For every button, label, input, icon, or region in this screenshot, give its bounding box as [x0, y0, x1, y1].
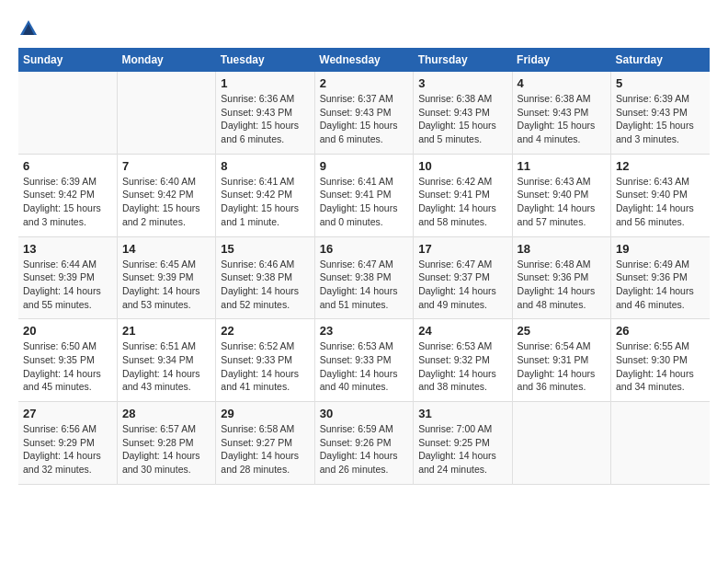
page-header [18, 18, 710, 39]
calendar-cell [512, 402, 610, 485]
day-number: 10 [418, 159, 506, 173]
weekday-header-friday: Friday [512, 48, 610, 72]
weekday-header-sunday: Sunday [18, 48, 117, 72]
day-info: Sunrise: 6:43 AM Sunset: 9:40 PM Dayligh… [518, 175, 606, 229]
day-info: Sunrise: 6:58 AM Sunset: 9:27 PM Dayligh… [221, 422, 309, 477]
day-info: Sunrise: 6:49 AM Sunset: 9:36 PM Dayligh… [616, 258, 705, 312]
day-info: Sunrise: 6:47 AM Sunset: 9:37 PM Dayligh… [418, 258, 506, 312]
day-info: Sunrise: 6:57 AM Sunset: 9:28 PM Dayligh… [122, 422, 210, 477]
day-number: 29 [221, 407, 309, 420]
day-number: 14 [122, 242, 210, 256]
calendar-cell: 26Sunrise: 6:55 AM Sunset: 9:30 PM Dayli… [611, 319, 710, 402]
calendar-cell: 14Sunrise: 6:45 AM Sunset: 9:39 PM Dayli… [117, 236, 215, 319]
day-number: 26 [616, 324, 705, 338]
day-info: Sunrise: 6:38 AM Sunset: 9:43 PM Dayligh… [518, 92, 606, 146]
day-number: 27 [23, 407, 112, 420]
day-info: Sunrise: 6:41 AM Sunset: 9:42 PM Dayligh… [221, 175, 309, 229]
calendar-cell: 7Sunrise: 6:40 AM Sunset: 9:42 PM Daylig… [117, 154, 215, 236]
calendar-cell: 16Sunrise: 6:47 AM Sunset: 9:38 PM Dayli… [314, 236, 413, 319]
day-info: Sunrise: 6:45 AM Sunset: 9:39 PM Dayligh… [122, 258, 210, 312]
calendar-cell: 20Sunrise: 6:50 AM Sunset: 9:35 PM Dayli… [18, 319, 117, 402]
calendar-cell: 19Sunrise: 6:49 AM Sunset: 9:36 PM Dayli… [611, 236, 710, 319]
day-number: 19 [616, 242, 705, 256]
day-info: Sunrise: 6:56 AM Sunset: 9:29 PM Dayligh… [23, 422, 112, 477]
day-number: 7 [122, 159, 210, 173]
calendar-cell: 21Sunrise: 6:51 AM Sunset: 9:34 PM Dayli… [117, 319, 215, 402]
day-number: 22 [221, 324, 309, 338]
calendar-cell: 2Sunrise: 6:37 AM Sunset: 9:43 PM Daylig… [314, 72, 413, 154]
day-number: 20 [23, 324, 112, 338]
calendar-cell: 3Sunrise: 6:38 AM Sunset: 9:43 PM Daylig… [414, 72, 512, 154]
day-number: 23 [320, 324, 408, 338]
day-info: Sunrise: 6:48 AM Sunset: 9:36 PM Dayligh… [518, 258, 606, 312]
day-number: 24 [418, 324, 506, 338]
day-number: 11 [518, 159, 606, 173]
day-info: Sunrise: 6:36 AM Sunset: 9:43 PM Dayligh… [221, 92, 309, 146]
day-number: 8 [221, 159, 309, 173]
calendar-table: SundayMondayTuesdayWednesdayThursdayFrid… [18, 48, 710, 485]
calendar-cell: 11Sunrise: 6:43 AM Sunset: 9:40 PM Dayli… [512, 154, 610, 236]
calendar-cell: 30Sunrise: 6:59 AM Sunset: 9:26 PM Dayli… [314, 402, 413, 485]
calendar-cell: 12Sunrise: 6:43 AM Sunset: 9:40 PM Dayli… [611, 154, 710, 236]
calendar-cell: 1Sunrise: 6:36 AM Sunset: 9:43 PM Daylig… [216, 72, 314, 154]
calendar-cell: 27Sunrise: 6:56 AM Sunset: 9:29 PM Dayli… [18, 402, 117, 485]
day-number: 1 [221, 76, 309, 90]
calendar-cell: 22Sunrise: 6:52 AM Sunset: 9:33 PM Dayli… [216, 319, 314, 402]
calendar-cell: 8Sunrise: 6:41 AM Sunset: 9:42 PM Daylig… [216, 154, 314, 236]
day-number: 18 [518, 242, 606, 256]
calendar-cell [18, 72, 117, 154]
day-number: 12 [616, 159, 705, 173]
calendar-week-row: 1Sunrise: 6:36 AM Sunset: 9:43 PM Daylig… [18, 72, 710, 154]
day-number: 4 [518, 76, 606, 90]
logo [18, 18, 42, 39]
calendar-cell: 24Sunrise: 6:53 AM Sunset: 9:32 PM Dayli… [414, 319, 512, 402]
day-info: Sunrise: 6:59 AM Sunset: 9:26 PM Dayligh… [320, 422, 408, 477]
calendar-cell: 10Sunrise: 6:42 AM Sunset: 9:41 PM Dayli… [414, 154, 512, 236]
day-number: 5 [616, 76, 705, 90]
day-number: 15 [221, 242, 309, 256]
calendar-week-row: 27Sunrise: 6:56 AM Sunset: 9:29 PM Dayli… [18, 402, 710, 485]
day-number: 28 [122, 407, 210, 420]
calendar-cell: 6Sunrise: 6:39 AM Sunset: 9:42 PM Daylig… [18, 154, 117, 236]
calendar-cell: 18Sunrise: 6:48 AM Sunset: 9:36 PM Dayli… [512, 236, 610, 319]
calendar-week-row: 6Sunrise: 6:39 AM Sunset: 9:42 PM Daylig… [18, 154, 710, 236]
calendar-cell: 31Sunrise: 7:00 AM Sunset: 9:25 PM Dayli… [414, 402, 512, 485]
weekday-header-tuesday: Tuesday [216, 48, 314, 72]
day-info: Sunrise: 6:43 AM Sunset: 9:40 PM Dayligh… [616, 175, 705, 229]
calendar-week-row: 20Sunrise: 6:50 AM Sunset: 9:35 PM Dayli… [18, 319, 710, 402]
calendar-cell [611, 402, 710, 485]
weekday-header-wednesday: Wednesday [314, 48, 413, 72]
calendar-cell: 4Sunrise: 6:38 AM Sunset: 9:43 PM Daylig… [512, 72, 610, 154]
day-number: 3 [418, 76, 506, 90]
day-info: Sunrise: 6:54 AM Sunset: 9:31 PM Dayligh… [518, 339, 606, 394]
calendar-cell: 13Sunrise: 6:44 AM Sunset: 9:39 PM Dayli… [18, 236, 117, 319]
day-info: Sunrise: 6:53 AM Sunset: 9:33 PM Dayligh… [320, 339, 408, 394]
day-info: Sunrise: 6:55 AM Sunset: 9:30 PM Dayligh… [616, 339, 705, 394]
calendar-cell: 25Sunrise: 6:54 AM Sunset: 9:31 PM Dayli… [512, 319, 610, 402]
day-number: 16 [320, 242, 408, 256]
day-info: Sunrise: 6:50 AM Sunset: 9:35 PM Dayligh… [23, 339, 112, 394]
day-info: Sunrise: 6:38 AM Sunset: 9:43 PM Dayligh… [418, 92, 506, 146]
day-number: 6 [23, 159, 112, 173]
day-info: Sunrise: 6:39 AM Sunset: 9:42 PM Dayligh… [23, 175, 112, 229]
calendar-cell: 17Sunrise: 6:47 AM Sunset: 9:37 PM Dayli… [414, 236, 512, 319]
day-info: Sunrise: 6:53 AM Sunset: 9:32 PM Dayligh… [418, 339, 506, 394]
calendar-week-row: 13Sunrise: 6:44 AM Sunset: 9:39 PM Dayli… [18, 236, 710, 319]
calendar-cell: 29Sunrise: 6:58 AM Sunset: 9:27 PM Dayli… [216, 402, 314, 485]
calendar-cell [117, 72, 215, 154]
day-info: Sunrise: 6:47 AM Sunset: 9:38 PM Dayligh… [320, 258, 408, 312]
day-info: Sunrise: 6:37 AM Sunset: 9:43 PM Dayligh… [320, 92, 408, 146]
weekday-header-saturday: Saturday [611, 48, 710, 72]
day-info: Sunrise: 6:44 AM Sunset: 9:39 PM Dayligh… [23, 258, 112, 312]
calendar-cell: 15Sunrise: 6:46 AM Sunset: 9:38 PM Dayli… [216, 236, 314, 319]
day-number: 25 [518, 324, 606, 338]
weekday-header-row: SundayMondayTuesdayWednesdayThursdayFrid… [18, 48, 710, 72]
day-info: Sunrise: 6:40 AM Sunset: 9:42 PM Dayligh… [122, 175, 210, 229]
day-info: Sunrise: 6:52 AM Sunset: 9:33 PM Dayligh… [221, 339, 309, 394]
day-info: Sunrise: 7:00 AM Sunset: 9:25 PM Dayligh… [418, 422, 506, 477]
logo-icon [18, 18, 39, 39]
day-number: 2 [320, 76, 408, 90]
day-number: 13 [23, 242, 112, 256]
day-info: Sunrise: 6:39 AM Sunset: 9:43 PM Dayligh… [616, 92, 705, 146]
day-number: 30 [320, 407, 408, 420]
